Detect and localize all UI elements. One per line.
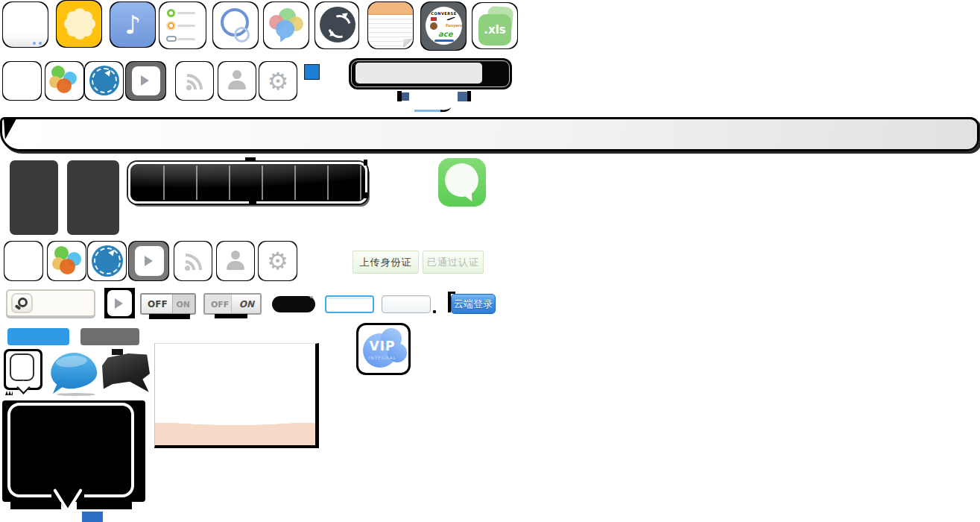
icon-color-circles-small[interactable]: [45, 61, 84, 101]
cloud-icon: [166, 36, 177, 42]
gear-face: ⚙: [259, 242, 297, 280]
icon-play-small-2[interactable]: [128, 241, 169, 281]
monkey-logo-icon: [430, 22, 437, 30]
pill-highlight: [310, 296, 313, 298]
app-icon-overlapping-circles[interactable]: [212, 1, 259, 49]
app-icon-xls[interactable]: .xls: [472, 2, 518, 49]
gray-blank-button[interactable]: [80, 328, 139, 345]
icon-compass-small[interactable]: [84, 61, 124, 101]
toggle-on-label: ON: [239, 299, 254, 309]
rss-arc-large: [186, 254, 202, 270]
music-note-icon: ♪: [110, 2, 155, 47]
toggle-shadow: [215, 314, 247, 318]
compass-face: [85, 62, 123, 100]
toggle-switch-on-state[interactable]: OFF ON: [203, 293, 262, 315]
app-icon-refresh[interactable]: [314, 1, 359, 49]
list-line: [177, 25, 195, 27]
app-icon-notes[interactable]: [367, 1, 414, 49]
bubble-drop-shadow: [57, 393, 95, 396]
large-black-speech-bubble: [2, 400, 145, 502]
messages-app-icon[interactable]: [438, 158, 486, 207]
play-button-framed[interactable]: [104, 288, 135, 318]
magnifier-plate: [11, 293, 33, 313]
search-bar-widget[interactable]: [349, 58, 512, 89]
dark-card-placeholder: [67, 160, 119, 235]
icon-rss-small-2[interactable]: [174, 241, 212, 281]
dark-card-placeholder: [10, 160, 58, 235]
person-icon: [231, 251, 240, 260]
app-icon-music[interactable]: ♪: [110, 1, 156, 48]
icon-play-small[interactable]: [125, 61, 166, 101]
app-icon-flower-photos[interactable]: [56, 0, 102, 48]
search-field-input[interactable]: [36, 292, 91, 313]
person-face: [217, 242, 254, 280]
bubble-bottom-stub-left: [10, 502, 61, 509]
vip-title: VIP: [361, 339, 403, 353]
small-blue-ring-icon: [234, 27, 250, 43]
xls-face: .xls: [472, 3, 517, 48]
message-bubble-tail: [465, 192, 475, 203]
icon-person-small[interactable]: [218, 61, 256, 101]
icon-blank-small-2[interactable]: [4, 241, 43, 281]
text-input-focused[interactable]: [325, 295, 374, 313]
notes-header: [368, 2, 413, 15]
icon-color-circles-small-2[interactable]: [47, 241, 86, 281]
app-icon-reminders-list[interactable]: [159, 1, 206, 49]
blue-underline: [414, 110, 442, 112]
segbar-right-tick: [364, 192, 367, 198]
blue-brand-mark: [434, 40, 454, 42]
blue-blank-button[interactable]: [7, 328, 69, 345]
black-bubble-tab: [112, 349, 123, 355]
plain-input-field[interactable]: [384, 298, 427, 309]
blue-speech-bubble: [49, 350, 98, 390]
bubble-shine: [55, 354, 87, 368]
gear-icon: ⚙: [259, 62, 297, 100]
app-icon-chat-bubbles[interactable]: [263, 1, 309, 49]
toggle-shadow: [149, 314, 190, 319]
blue-dot: [33, 42, 36, 45]
brand-ace-label: ace: [438, 30, 452, 38]
person-face: [218, 62, 256, 100]
flower-face: [57, 1, 101, 47]
cloud-login-button[interactable]: 云端登录: [451, 294, 496, 314]
xls-front-square: .xls: [478, 14, 511, 45]
list-line: [177, 12, 195, 14]
play-icon: [141, 75, 149, 86]
blue-dot: [39, 42, 42, 45]
search-go-button[interactable]: [486, 63, 507, 84]
circles-face: [213, 2, 258, 48]
color-circles-face: [45, 62, 83, 100]
icon-person-small-2[interactable]: [216, 241, 255, 281]
toggle-switch-off-state[interactable]: OFF ON: [140, 293, 196, 315]
icon-compass-small-2[interactable]: [87, 241, 127, 281]
vip-integral-icon[interactable]: VIP INTEGRAL: [356, 323, 411, 375]
icon-gear-small-2[interactable]: ⚙: [258, 241, 297, 281]
search-field[interactable]: [6, 289, 95, 317]
sun-icon: [168, 22, 174, 29]
compass-dial: [92, 245, 123, 277]
app-icon-brands[interactable]: CONVERSE Fanyers ace: [420, 1, 467, 51]
blank-face: [3, 62, 41, 100]
rss-face: [176, 62, 213, 100]
verified-badge: 已通过认证: [423, 251, 484, 274]
upload-id-button[interactable]: 上传身份证: [353, 251, 419, 274]
search-input[interactable]: [355, 63, 482, 84]
notes-face: [368, 2, 413, 48]
brand-fanyers-label: Fanyers: [446, 23, 462, 28]
icon-rss-small[interactable]: [175, 61, 214, 101]
red-brand-chip: [431, 17, 437, 21]
black-speech-bubble: [102, 353, 150, 394]
app-icon-blank-squircle[interactable]: [2, 1, 48, 48]
play-face: [126, 62, 165, 100]
flower-icon: [74, 18, 86, 30]
outlined-bubble-icon: [10, 353, 34, 381]
text-input-plain[interactable]: [382, 295, 431, 313]
sprite-sheet-canvas: ♪: [0, 0, 980, 522]
focused-input-field[interactable]: [328, 298, 371, 310]
bubble-bottom-stub-right: [77, 502, 132, 509]
zigzag-mark: [5, 391, 13, 395]
list-face: [159, 2, 206, 48]
rss-arc-large: [187, 74, 203, 89]
icon-blank-small[interactable]: [2, 61, 42, 101]
icon-gear-small[interactable]: ⚙: [259, 61, 297, 101]
